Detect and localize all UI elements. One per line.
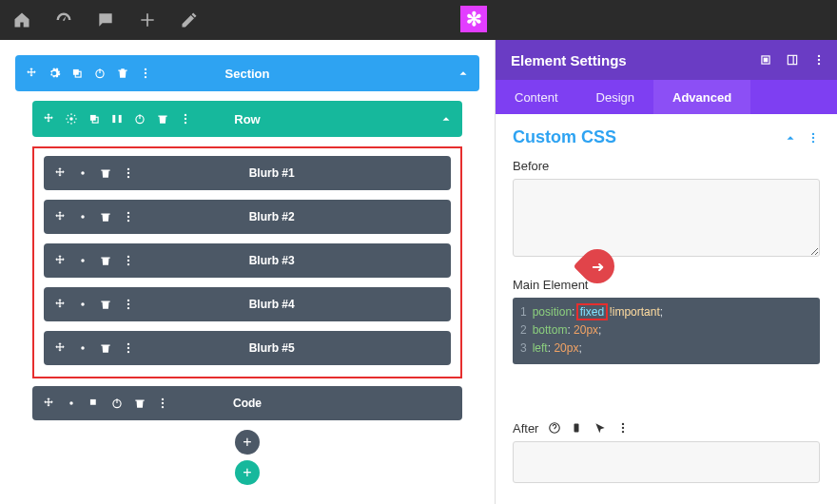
- svg-point-44: [818, 55, 820, 57]
- chevron-up-icon[interactable]: [784, 131, 797, 145]
- settings-panel: Element Settings Content Design Advanced…: [495, 40, 837, 504]
- after-css-input[interactable]: [513, 441, 820, 483]
- move-icon[interactable]: [42, 397, 55, 410]
- more-icon[interactable]: [122, 298, 135, 311]
- trash-icon[interactable]: [99, 210, 112, 223]
- expand-icon[interactable]: [759, 53, 772, 67]
- more-icon[interactable]: [122, 210, 135, 223]
- module-label: Code: [233, 397, 262, 410]
- gear-icon[interactable]: [48, 67, 61, 80]
- svg-rect-36: [90, 399, 96, 405]
- trash-icon[interactable]: [133, 397, 146, 410]
- tab-content[interactable]: Content: [496, 80, 577, 114]
- power-icon[interactable]: [93, 67, 107, 80]
- svg-point-12: [185, 114, 186, 116]
- gear-icon[interactable]: [65, 397, 78, 410]
- more-icon[interactable]: [179, 112, 192, 126]
- trash-icon[interactable]: [99, 341, 112, 355]
- power-icon[interactable]: [133, 112, 146, 126]
- section-custom-css[interactable]: Custom CSS: [513, 127, 820, 147]
- more-icon[interactable]: [156, 397, 169, 410]
- builder-canvas: Section Row: [0, 40, 495, 504]
- svg-point-29: [127, 303, 129, 305]
- section-label: Section: [225, 67, 270, 81]
- phone-icon[interactable]: [571, 421, 584, 435]
- more-icon[interactable]: [807, 131, 820, 145]
- module-bar[interactable]: Blurb #5: [44, 331, 451, 365]
- gear-icon[interactable]: [76, 210, 89, 223]
- trash-icon[interactable]: [156, 112, 169, 126]
- more-icon[interactable]: [122, 341, 135, 355]
- move-icon[interactable]: [53, 341, 67, 355]
- module-bar[interactable]: Blurb #2: [44, 200, 451, 234]
- tab-design[interactable]: Design: [577, 80, 653, 114]
- svg-point-27: [81, 302, 85, 306]
- more-icon[interactable]: [122, 166, 135, 180]
- gear-icon[interactable]: [76, 341, 89, 355]
- columns-icon[interactable]: [110, 112, 124, 126]
- svg-point-20: [127, 212, 129, 214]
- pencil-icon[interactable]: [179, 10, 200, 30]
- svg-point-30: [127, 307, 129, 309]
- trash-icon[interactable]: [99, 166, 112, 180]
- chevron-up-icon[interactable]: [457, 67, 470, 80]
- gear-icon[interactable]: [65, 112, 78, 126]
- svg-point-35: [69, 401, 73, 405]
- help-icon[interactable]: [548, 421, 561, 435]
- trash-icon[interactable]: [116, 67, 129, 80]
- add-module-button[interactable]: +: [235, 430, 260, 455]
- duplicate-icon[interactable]: [88, 397, 101, 410]
- annotation-pointer: ➜: [580, 249, 620, 297]
- selected-modules-frame: Blurb #1 Blurb #2: [32, 146, 462, 378]
- svg-point-32: [127, 343, 129, 345]
- svg-point-54: [622, 431, 624, 433]
- trash-icon[interactable]: [99, 298, 112, 311]
- more-icon[interactable]: [812, 53, 826, 67]
- brand-icon[interactable]: ✻: [460, 6, 487, 32]
- svg-point-48: [812, 136, 814, 138]
- gear-icon[interactable]: [76, 254, 89, 267]
- home-icon[interactable]: [11, 10, 32, 30]
- tab-advanced[interactable]: Advanced: [653, 80, 750, 114]
- svg-point-26: [127, 263, 129, 265]
- dashboard-icon[interactable]: [53, 10, 74, 30]
- svg-point-19: [81, 215, 85, 219]
- svg-point-28: [127, 300, 129, 301]
- move-icon[interactable]: [53, 166, 67, 180]
- module-bar[interactable]: Blurb #4: [44, 287, 451, 321]
- duplicate-icon[interactable]: [88, 112, 101, 126]
- svg-point-6: [69, 117, 73, 121]
- power-icon[interactable]: [110, 397, 124, 410]
- svg-point-33: [127, 347, 129, 349]
- svg-point-46: [818, 63, 820, 65]
- move-icon[interactable]: [53, 254, 67, 267]
- row-bar[interactable]: Row: [32, 101, 462, 137]
- move-icon[interactable]: [53, 210, 67, 223]
- more-icon[interactable]: [122, 254, 135, 267]
- trash-icon[interactable]: [99, 254, 112, 267]
- svg-point-4: [145, 72, 146, 74]
- gear-icon[interactable]: [76, 166, 89, 180]
- section-bar[interactable]: Section: [15, 55, 479, 91]
- module-bar[interactable]: Blurb #3: [44, 243, 451, 278]
- svg-point-5: [145, 76, 146, 78]
- hover-icon[interactable]: [594, 421, 607, 435]
- plus-icon[interactable]: [137, 10, 158, 30]
- module-bar[interactable]: Blurb #1: [44, 156, 451, 190]
- svg-point-39: [162, 402, 164, 404]
- before-css-input[interactable]: [513, 179, 820, 257]
- chevron-up-icon[interactable]: [439, 112, 453, 126]
- move-icon[interactable]: [53, 298, 67, 311]
- gear-icon[interactable]: [76, 298, 89, 311]
- duplicate-icon[interactable]: [70, 67, 84, 80]
- main-css-editor[interactable]: 1position: fixed !important; 2bottom: 20…: [513, 298, 820, 364]
- move-icon[interactable]: [42, 112, 55, 126]
- more-icon[interactable]: [616, 421, 630, 435]
- svg-point-34: [127, 351, 129, 353]
- snap-icon[interactable]: [786, 53, 799, 67]
- comment-icon[interactable]: [95, 10, 116, 30]
- move-icon[interactable]: [25, 67, 38, 80]
- module-bar-code[interactable]: Code: [32, 386, 462, 420]
- more-icon[interactable]: [139, 67, 152, 80]
- add-row-button[interactable]: +: [235, 460, 260, 485]
